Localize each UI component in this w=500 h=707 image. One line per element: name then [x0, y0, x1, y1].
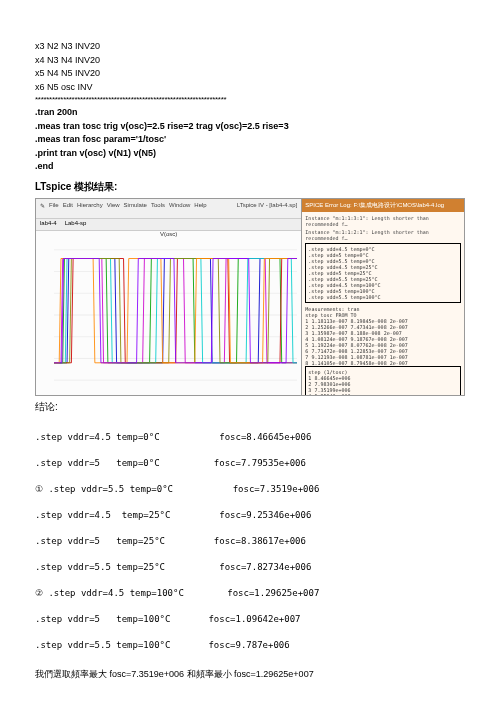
- result-title: LTspice 模拟结果:: [35, 180, 465, 194]
- log-line: .step vdd=5.5 temp=100°C: [308, 294, 458, 300]
- menu-item[interactable]: Tools: [151, 202, 165, 215]
- log-title: SPICE Error Log: F:\集成电路设计\CMOS\lab4-4.l…: [302, 199, 464, 212]
- cmd-line: .tran 200n: [35, 106, 465, 120]
- netlist-line: x5 N4 N5 INV20: [35, 67, 465, 81]
- fosc-block: step (1/tosc) 1 8.46645e+006 2 7.98301e+…: [305, 366, 461, 395]
- step-line: .step vddr=5.5 temp=100°C fosc=9.787e+00…: [35, 639, 465, 652]
- waveform-plot: [54, 239, 297, 391]
- step-block: .step vdd=4.5 temp=0°C .step vdd=5 temp=…: [305, 243, 461, 303]
- cmd-line: .end: [35, 160, 465, 174]
- tab-bar: lab4-4 Lab4-sp: [36, 219, 301, 231]
- step-line: .step vddr=5 temp=25°C fosc=8.38617e+006: [35, 535, 465, 548]
- tab-item[interactable]: lab4-4: [40, 220, 57, 229]
- fosc-row: 4 9.25346e+006: [308, 393, 458, 395]
- cmd-line: .meas tran fosc param='1/tosc': [35, 133, 465, 147]
- ltspice-window: ✎ File Edit Hierarchy View Simulate Tool…: [35, 198, 465, 396]
- step-line: .step vddr=5 temp=0°C fosc=7.79535e+006: [35, 457, 465, 470]
- menu-item[interactable]: Hierarchy: [77, 202, 103, 215]
- cmd-line: .print tran v(osc) v(N1) v(N5): [35, 147, 465, 161]
- step-line: ① .step vddr=5.5 temp=0°C fosc=7.3519e+0…: [35, 483, 465, 496]
- step-line: .step vddr=4.5 temp=0°C fosc=8.46645e+00…: [35, 431, 465, 444]
- ltspice-logo-icon: ✎: [40, 202, 45, 215]
- conclusion-title: 结论:: [35, 400, 465, 414]
- log-warn: Instance "m:1:1:2:1": Length shorter tha…: [305, 229, 461, 241]
- menu-item[interactable]: Edit: [63, 202, 73, 215]
- step-line: ② .step vddr=4.5 temp=100°C fosc=1.29625…: [35, 587, 465, 600]
- plot-body[interactable]: [36, 237, 301, 395]
- separator-stars: ****************************************…: [35, 94, 465, 106]
- netlist-line: x4 N3 N4 INV20: [35, 54, 465, 68]
- tab-item[interactable]: Lab4-sp: [65, 220, 87, 229]
- ltspice-menubar[interactable]: ✎ File Edit Hierarchy View Simulate Tool…: [36, 199, 301, 219]
- log-body[interactable]: Instance "m:1:1:3:1": Length shorter tha…: [302, 212, 464, 395]
- step-line: .step vddr=5 temp=100°C fosc=1.09642e+00…: [35, 613, 465, 626]
- menu-item[interactable]: Simulate: [124, 202, 147, 215]
- menu-item[interactable]: File: [49, 202, 59, 215]
- step-line: .step vddr=4.5 temp=25°C fosc=9.25346e+0…: [35, 509, 465, 522]
- window-title: LTspice IV - [lab4-4.sp]: [237, 202, 298, 215]
- netlist-line: x6 N5 osc INV: [35, 81, 465, 95]
- netlist-block: x3 N2 N3 INV20 x4 N3 N4 INV20 x5 N4 N5 I…: [35, 40, 465, 174]
- cmd-line: .meas tran tosc trig v(osc)=2.5 rise=2 t…: [35, 120, 465, 134]
- log-warn: Instance "m:1:1:3:1": Length shorter tha…: [305, 215, 461, 227]
- conclusion-steps: .step vddr=4.5 temp=0°C fosc=8.46645e+00…: [35, 418, 465, 666]
- step-line: .step vddr=5.5 temp=25°C fosc=7.82734e+0…: [35, 561, 465, 574]
- ltspice-main: ✎ File Edit Hierarchy View Simulate Tool…: [36, 199, 301, 395]
- netlist-line: x3 N2 N3 INV20: [35, 40, 465, 54]
- menu-item[interactable]: View: [107, 202, 120, 215]
- menu-item[interactable]: Window: [169, 202, 190, 215]
- spice-log-panel: SPICE Error Log: F:\集成电路设计\CMOS\lab4-4.l…: [301, 199, 464, 395]
- menu-item[interactable]: Help: [194, 202, 206, 215]
- final-summary: 我們選取頻率最大 fosc=7.3519e+006 和頻率最小 fosc=1.2…: [35, 668, 465, 681]
